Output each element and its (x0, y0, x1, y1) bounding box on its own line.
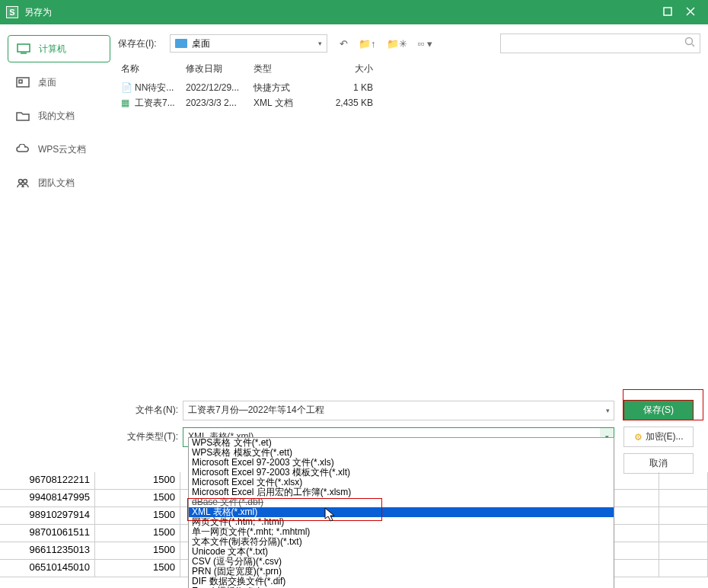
sidebar-item-wpscloud[interactable]: WPS云文档 (8, 136, 110, 163)
file-row[interactable]: ▦工资表7... 2023/3/3 2... XML 文档 2,435 KB (118, 95, 700, 110)
sidebar-item-label: 团队文档 (38, 177, 75, 190)
file-row[interactable]: 📄NN待安... 2022/12/29... 快捷方式 1 KB (118, 80, 700, 95)
save-in-label: 保存在(I): (118, 37, 164, 50)
sidebar-item-label: 我的文档 (38, 110, 75, 123)
search-box[interactable] (500, 34, 700, 53)
shortcut-icon: 📄 (121, 82, 133, 93)
svg-point-6 (686, 38, 693, 45)
col-header-date[interactable]: 修改日期 (183, 61, 250, 77)
monitor-icon (16, 43, 31, 55)
location-dropdown[interactable]: 桌面 ▾ (170, 34, 327, 53)
filename-label: 文件名(N): (0, 404, 183, 417)
up-folder-button[interactable]: 📁↑ (359, 38, 376, 50)
filetype-options-list[interactable]: WPS表格 文件(*.et)WPS表格 模板文件(*.ett)Microsoft… (188, 437, 614, 588)
svg-point-4 (19, 180, 23, 184)
new-folder-button[interactable]: 📁✳ (387, 38, 407, 50)
back-button[interactable]: ↶ (340, 38, 348, 50)
chevron-down-icon: ▾ (318, 40, 322, 47)
close-button[interactable] (679, 5, 702, 19)
titlebar: S 另存为 (0, 0, 708, 24)
filetype-label: 文件类型(T): (0, 430, 183, 443)
sidebar-item-mydocs[interactable]: 我的文档 (8, 102, 110, 129)
cloud-icon (15, 143, 30, 155)
team-icon (15, 177, 30, 189)
search-input[interactable] (505, 38, 684, 49)
location-text: 桌面 (192, 37, 210, 50)
sidebar-item-label: WPS云文档 (38, 143, 86, 156)
view-mode-button[interactable]: ▫▫ ▾ (418, 38, 433, 50)
app-logo-icon: S (6, 6, 18, 18)
folder-icon (15, 110, 30, 122)
col-header-name[interactable]: 名称 (118, 61, 183, 77)
chevron-down-icon[interactable]: ▾ (606, 407, 610, 414)
sidebar-item-team[interactable]: 团队文档 (8, 169, 110, 197)
sidebar-item-computer[interactable]: 计算机 (8, 35, 110, 62)
svg-rect-1 (18, 44, 30, 52)
sidebar-item-desktop[interactable]: 桌面 (8, 69, 110, 96)
lock-icon: ⚙ (634, 432, 643, 443)
search-icon (684, 37, 695, 50)
svg-point-5 (24, 180, 27, 184)
svg-rect-3 (19, 80, 22, 83)
sidebar-item-label: 桌面 (38, 76, 56, 89)
maximize-button[interactable] (656, 5, 679, 19)
col-header-size[interactable]: 大小 (319, 61, 376, 77)
svg-rect-0 (664, 8, 671, 15)
save-button[interactable]: 保存(S) (623, 400, 694, 420)
col-header-type[interactable]: 类型 (250, 61, 319, 77)
desktop-icon (15, 76, 30, 88)
desktop-small-icon (175, 39, 187, 48)
cancel-button[interactable]: 取消 (623, 453, 694, 474)
xml-file-icon: ▦ (121, 97, 133, 108)
filename-input[interactable] (183, 401, 614, 420)
encrypt-button[interactable]: ⚙ 加密(E)... (623, 427, 694, 447)
file-list-header: 名称 修改日期 类型 大小 (118, 59, 700, 80)
sidebar-item-label: 计算机 (39, 43, 66, 56)
window-title: 另存为 (24, 6, 656, 19)
